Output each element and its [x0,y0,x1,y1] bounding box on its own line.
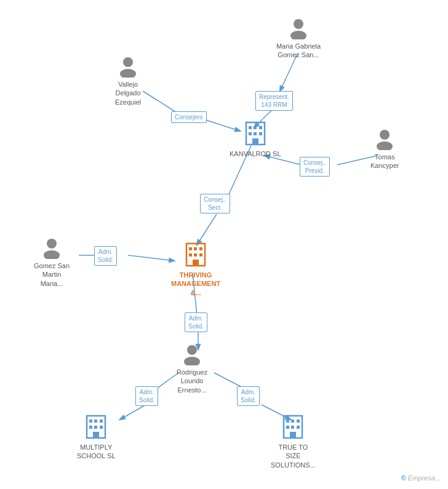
vallejo-label: VallejoDelgadoEzequiel [115,80,141,106]
gomez-san-label: Gomez SanMartinMaria... [34,261,70,288]
svg-line-13 [120,405,146,419]
svg-rect-56 [297,426,300,429]
relation-represent: Represent.143 RRM [255,91,293,111]
svg-rect-20 [254,126,257,129]
svg-rect-35 [194,253,197,256]
person-icon [287,17,310,39]
svg-rect-53 [297,419,300,423]
node-vallejo: VallejoDelgadoEzequiel [115,55,141,106]
relation-adm-solid3: Adm.Solid. [135,386,158,406]
watermark-text: Empresa... [408,474,441,482]
svg-rect-36 [199,253,202,256]
relation-consej-secr: Consej..Secr. [200,194,230,213]
relation-consej-presid: Consej..Presid. [300,157,330,177]
svg-rect-37 [193,260,199,266]
building-icon-kanvalrod [244,120,266,147]
node-multiply: MULTIPLYSCHOOL SL [77,413,116,461]
svg-point-38 [47,239,57,248]
svg-rect-44 [94,419,97,423]
svg-line-9 [128,255,174,261]
svg-point-16 [294,19,303,29]
maria-gabriela-label: Maria Gabriela Gomez San... [271,42,326,60]
svg-line-0 [280,54,297,91]
svg-point-17 [290,31,306,39]
relation-adm-solid2: Adm.Solid. [185,312,207,332]
relation-adm-solid4: Adm.Solid. [237,386,260,406]
svg-rect-45 [100,419,103,423]
watermark-icon: © [401,474,406,482]
node-maria-gabriela: Maria Gabriela Gomez San... [271,17,326,60]
svg-rect-31 [189,247,192,250]
svg-rect-43 [89,419,92,423]
relation-adm-solid1: Adm.Solid. [94,246,117,266]
person-icon-rodriguez [181,343,203,365]
building-icon-thriving [185,241,207,268]
svg-rect-49 [93,432,99,438]
svg-point-29 [377,141,393,150]
truesize-label: TRUE TOSIZESOLUTIONS... [271,443,316,469]
svg-rect-57 [290,432,296,438]
svg-rect-34 [189,253,192,256]
node-thriving: THRIVINGMANAGEMENT&... [171,241,220,297]
relation-consejero: Consejero [171,111,207,123]
svg-rect-46 [89,426,92,429]
node-kanvalrod: KANVALROD SL [230,120,281,158]
svg-point-26 [123,57,133,67]
svg-line-12 [156,373,178,389]
thriving-label: THRIVINGMANAGEMENT&... [171,271,220,297]
tomas-label: TomasKancyper [370,153,399,170]
building-icon-truesize [282,413,304,440]
svg-rect-55 [291,426,294,429]
svg-rect-54 [286,426,289,429]
svg-rect-21 [259,126,262,129]
person-icon-gomez [41,237,63,259]
node-true-size: TRUE TOSIZESOLUTIONS... [271,413,316,469]
node-tomas: TomasKancyper [370,128,399,170]
building-icon-multiply [85,413,107,440]
svg-rect-25 [252,138,258,145]
svg-point-28 [380,130,390,140]
svg-rect-23 [254,132,257,135]
svg-rect-48 [100,426,103,429]
svg-rect-24 [259,132,262,135]
svg-rect-32 [194,247,197,250]
svg-point-27 [120,69,136,78]
diagram: Maria Gabriela Gomez San... KANVALROD SL… [0,0,448,489]
kanvalrod-label: KANVALROD SL [230,149,281,158]
multiply-label: MULTIPLYSCHOOL SL [77,443,116,461]
svg-line-7 [197,214,217,245]
person-icon-vallejo [117,55,139,78]
svg-rect-47 [94,426,97,429]
svg-rect-33 [199,247,202,250]
rodriguez-label: RodriguezLouridoErnesto... [177,368,207,394]
node-gomez-san: Gomez SanMartinMaria... [34,237,70,288]
svg-point-41 [184,357,200,365]
person-icon-tomas [374,128,396,150]
svg-point-39 [44,250,60,259]
node-rodriguez: RodriguezLouridoErnesto... [177,343,207,394]
svg-point-40 [187,345,197,355]
svg-rect-51 [286,419,289,423]
svg-rect-22 [249,132,252,135]
svg-rect-19 [249,126,252,129]
svg-rect-52 [291,419,294,423]
watermark: © Empresa... [401,474,441,482]
